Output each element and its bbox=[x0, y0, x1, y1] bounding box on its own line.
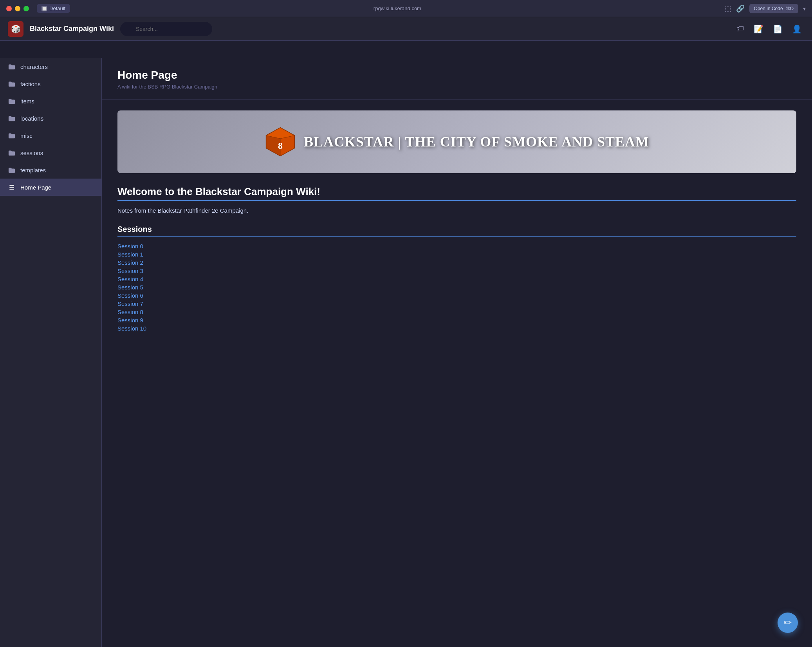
banner-image: 8 Blackstar | The City of Smoke and Stea… bbox=[117, 110, 796, 173]
titlebar: ⬜ Default rpgwiki.lukerand.com ⬚ 🔗 Open … bbox=[0, 0, 812, 17]
sidebar-item-label-locations: locations bbox=[20, 115, 43, 122]
banner-content: 8 Blackstar | The City of Smoke and Stea… bbox=[265, 126, 649, 157]
folder-icon-sessions bbox=[8, 149, 16, 157]
edit-icon: 📝 bbox=[754, 24, 763, 34]
main-layout: characters factions items bbox=[0, 58, 812, 647]
sidebar-item-misc[interactable]: misc bbox=[0, 127, 101, 144]
welcome-text: Notes from the Blackstar Pathfinder 2e C… bbox=[117, 207, 796, 214]
page-subtitle: A wiki for the BSB RPG Blackstar Campaig… bbox=[117, 84, 796, 90]
page-header: Home Page A wiki for the BSB RPG Blackst… bbox=[102, 58, 812, 99]
edit-page-button[interactable]: 📝 bbox=[751, 22, 766, 36]
app-title: Blackstar Campaign Wiki bbox=[30, 25, 114, 33]
edit-fab-button[interactable]: ✏ bbox=[778, 613, 798, 633]
session-link[interactable]: Session 5 bbox=[117, 284, 796, 291]
browser-tab[interactable]: ⬜ Default bbox=[37, 4, 70, 13]
app-header: 🎲 Blackstar Campaign Wiki 🔍 🏷 📝 📄 👤 bbox=[0, 17, 812, 41]
session-link[interactable]: Session 9 bbox=[117, 317, 796, 324]
search-input[interactable] bbox=[120, 22, 212, 36]
session-link[interactable]: Session 2 bbox=[117, 259, 796, 266]
page-body: 8 Blackstar | The City of Smoke and Stea… bbox=[102, 99, 812, 344]
sidebar-item-label-characters: characters bbox=[20, 63, 48, 70]
sidebar-item-label-factions: factions bbox=[20, 81, 41, 87]
doc-icon-home-page: ☰ bbox=[8, 183, 16, 191]
maximize-traffic-light[interactable] bbox=[23, 6, 29, 11]
welcome-heading: Welcome to the Blackstar Campaign Wiki! bbox=[117, 186, 796, 198]
folder-icon-factions bbox=[8, 80, 16, 88]
search-wrapper: 🔍 bbox=[120, 22, 253, 36]
new-page-icon: 📄 bbox=[773, 24, 783, 34]
folder-icon-items bbox=[8, 97, 16, 105]
page-title: Home Page bbox=[117, 69, 796, 81]
tab-favicon: ⬜ bbox=[42, 6, 47, 11]
session-link[interactable]: Session 1 bbox=[117, 251, 796, 258]
sidebar-item-label-home-page: Home Page bbox=[20, 184, 51, 191]
app-logo: 🎲 bbox=[8, 21, 23, 37]
edit-fab-icon: ✏ bbox=[784, 617, 792, 628]
folder-icon-templates bbox=[8, 166, 16, 174]
session-link[interactable]: Session 8 bbox=[117, 309, 796, 315]
sessions-divider bbox=[117, 236, 796, 237]
new-page-button[interactable]: 📄 bbox=[770, 22, 785, 36]
sidebar-item-label-templates: templates bbox=[20, 167, 46, 173]
sidebar-item-label-misc: misc bbox=[20, 132, 32, 139]
sidebar-item-templates[interactable]: templates bbox=[0, 161, 101, 179]
sessions-heading: Sessions bbox=[117, 225, 796, 234]
sidebar-item-label-items: items bbox=[20, 98, 34, 105]
sidebar: characters factions items bbox=[0, 58, 102, 647]
link-icon-btn[interactable]: 🔗 bbox=[736, 4, 745, 13]
dice-svg: 8 bbox=[265, 126, 296, 157]
close-traffic-light[interactable] bbox=[6, 6, 12, 11]
sidebar-item-home-page[interactable]: ☰ Home Page bbox=[0, 179, 101, 196]
tags-button[interactable]: 🏷 bbox=[734, 22, 747, 36]
open-in-code-label: Open in Code bbox=[754, 6, 783, 11]
folder-icon-locations bbox=[8, 114, 16, 122]
header-right: 🏷 📝 📄 👤 bbox=[734, 22, 804, 36]
session-link[interactable]: Session 7 bbox=[117, 300, 796, 307]
svg-text:8: 8 bbox=[278, 141, 283, 151]
sidebar-item-sessions[interactable]: sessions bbox=[0, 144, 101, 161]
user-button[interactable]: 👤 bbox=[790, 22, 804, 36]
tab-title: Default bbox=[49, 5, 65, 11]
traffic-lights bbox=[6, 6, 29, 11]
sidebar-item-locations[interactable]: locations bbox=[0, 110, 101, 127]
banner-title: Blackstar | The City of Smoke and Steam bbox=[304, 134, 649, 150]
sessions-list: Session 0Session 1Session 2Session 3Sess… bbox=[117, 243, 796, 332]
share-icon-btn[interactable]: ⬚ bbox=[725, 4, 731, 13]
user-icon: 👤 bbox=[792, 24, 802, 34]
open-in-code-shortcut: ⌘O bbox=[785, 6, 794, 11]
minimize-traffic-light[interactable] bbox=[15, 6, 20, 11]
folder-icon-misc bbox=[8, 132, 16, 139]
tags-icon: 🏷 bbox=[736, 24, 744, 33]
sidebar-item-characters[interactable]: characters bbox=[0, 58, 101, 75]
sidebar-item-label-sessions: sessions bbox=[20, 150, 43, 156]
open-in-code-button[interactable]: Open in Code ⌘O bbox=[749, 4, 798, 13]
address-bar: rpgwiki.lukerand.com bbox=[75, 5, 720, 11]
session-link[interactable]: Session 0 bbox=[117, 243, 796, 249]
sidebar-item-items[interactable]: items bbox=[0, 92, 101, 110]
welcome-divider bbox=[117, 200, 796, 201]
sidebar-item-factions[interactable]: factions bbox=[0, 75, 101, 92]
folder-icon-characters bbox=[8, 63, 16, 70]
chevron-down-btn[interactable]: ▾ bbox=[803, 5, 806, 12]
content-area: Home Page A wiki for the BSB RPG Blackst… bbox=[102, 58, 812, 647]
session-link[interactable]: Session 3 bbox=[117, 267, 796, 274]
session-link[interactable]: Session 6 bbox=[117, 292, 796, 299]
titlebar-actions: ⬚ 🔗 Open in Code ⌘O ▾ bbox=[725, 4, 806, 13]
session-link[interactable]: Session 10 bbox=[117, 325, 796, 332]
session-link[interactable]: Session 4 bbox=[117, 276, 796, 282]
